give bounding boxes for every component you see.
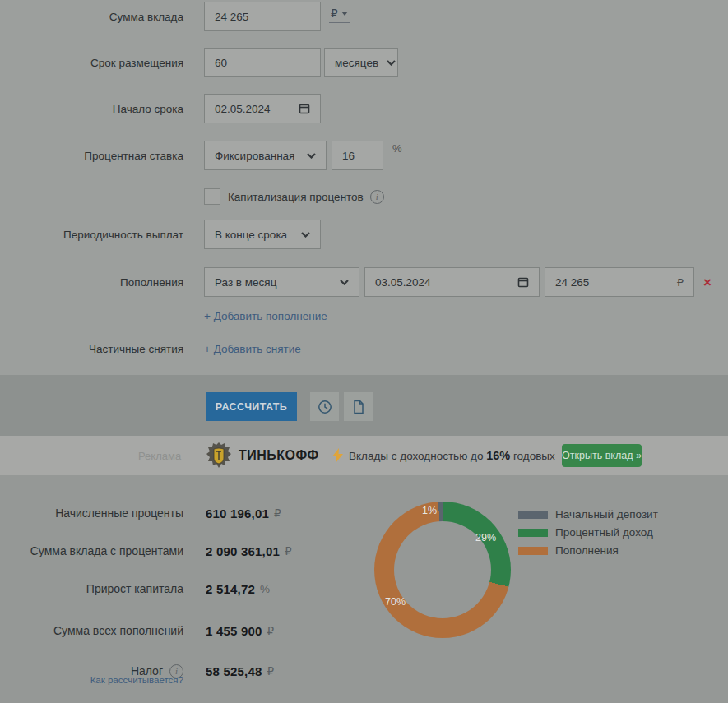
term-value: 60 bbox=[215, 57, 227, 69]
currency-value: ₽ bbox=[331, 7, 338, 20]
rate-suffix: % bbox=[392, 142, 402, 155]
topup-currency: ₽ bbox=[677, 276, 684, 289]
chart-legend: Начальный депозит Процентный доход Попол… bbox=[518, 509, 658, 563]
ruble-sign: ₽ bbox=[274, 506, 281, 520]
rate-value: 16 bbox=[342, 150, 355, 162]
lightning-icon bbox=[332, 448, 344, 463]
chevron-down-icon bbox=[341, 12, 348, 16]
topup-date-value: 03.05.2024 bbox=[375, 276, 431, 289]
amount-label: Сумма вклада bbox=[0, 11, 183, 23]
deposit-calculator: Сумма вклада 24 265 ₽ Срок размещения 60… bbox=[0, 0, 728, 703]
amount-value: 24 265 bbox=[215, 11, 248, 23]
history-button[interactable] bbox=[310, 392, 339, 421]
row-topups: Пополнения Раз в месяц 03.05.2024 24 265… bbox=[0, 267, 694, 297]
rate-type-value: Фиксированная bbox=[215, 150, 294, 162]
topup-period-value: Раз в месяц bbox=[215, 276, 276, 289]
result-row: Начисленные проценты 610 196,01 ₽ bbox=[0, 505, 281, 521]
row-rate: Процентная ставка Фиксированная 16 % bbox=[0, 141, 402, 170]
slice-label-interest: 29% bbox=[475, 532, 496, 543]
topup-date-input[interactable]: 03.05.2024 bbox=[364, 267, 540, 297]
chevron-down-icon bbox=[307, 153, 316, 159]
legend-swatch-topups bbox=[518, 547, 548, 555]
term-unit-value: месяцев bbox=[335, 57, 378, 69]
term-input[interactable]: 60 bbox=[204, 48, 321, 77]
ruble-sign: ₽ bbox=[267, 664, 275, 678]
result-value: 2 514,72 bbox=[206, 582, 255, 596]
row-start-date: Начало срока 02.05.2024 bbox=[0, 94, 321, 123]
frequency-value: В конце срока bbox=[215, 229, 287, 241]
open-deposit-button[interactable]: Открыть вклад » bbox=[562, 444, 642, 467]
row-capitalization: Капитализация процентов bbox=[0, 187, 384, 206]
topup-amount-input[interactable]: 24 265 ₽ bbox=[545, 267, 694, 297]
legend-swatch-interest-income bbox=[518, 529, 548, 537]
brand-name: ТИНЬКОФФ bbox=[239, 448, 319, 463]
legend-item: Процентный доход bbox=[518, 527, 658, 538]
topup-period-select[interactable]: Раз в месяц bbox=[204, 267, 359, 297]
result-value: 2 090 361,01 bbox=[206, 544, 280, 558]
topups-label: Пополнения bbox=[0, 276, 183, 289]
term-unit-select[interactable]: месяцев bbox=[324, 48, 398, 77]
ad-text: Вклады с доходностью до 16% годовых bbox=[349, 449, 555, 462]
result-row: Прирост капитала 2 514,72 % bbox=[0, 580, 270, 597]
results-panel: Начисленные проценты 610 196,01 ₽ Сумма … bbox=[0, 475, 728, 703]
donut-chart: 1% 29% 70% bbox=[374, 502, 511, 638]
result-value: 610 196,01 bbox=[206, 506, 269, 520]
ad-rate: 16% bbox=[486, 449, 510, 462]
chevron-down-icon bbox=[301, 232, 310, 238]
rate-type-select[interactable]: Фиксированная bbox=[204, 141, 327, 170]
term-label: Срок размещения bbox=[0, 57, 183, 69]
calendar-icon[interactable] bbox=[299, 103, 310, 114]
remove-topup-button[interactable] bbox=[703, 275, 712, 289]
deposit-form: Сумма вклада 24 265 ₽ Срок размещения 60… bbox=[0, 0, 728, 375]
capitalization-checkbox[interactable] bbox=[204, 188, 220, 205]
result-value: 58 525,48 bbox=[206, 664, 262, 678]
result-row: Сумма всех пополнений 1 455 900 ₽ bbox=[0, 622, 274, 639]
add-topup-link[interactable]: + Добавить пополнение bbox=[204, 310, 327, 322]
chevron-down-icon bbox=[340, 280, 349, 285]
row-withdrawals: Частичные снятия + Добавить снятие bbox=[0, 342, 301, 355]
legend-item: Пополнения bbox=[518, 545, 658, 556]
info-icon[interactable] bbox=[370, 190, 384, 204]
ad-banner: Реклама ТИНЬКОФФ Вклады с доходностью до… bbox=[0, 436, 728, 475]
currency-select[interactable]: ₽ bbox=[329, 7, 350, 23]
percent-sign: % bbox=[260, 583, 270, 595]
action-bar: РАССЧИТАТЬ bbox=[0, 375, 728, 436]
legend-item: Начальный депозит bbox=[518, 509, 658, 520]
slice-label-initial: 1% bbox=[422, 505, 437, 516]
rate-input[interactable]: 16 bbox=[332, 141, 383, 170]
frequency-select[interactable]: В конце срока bbox=[204, 220, 321, 249]
tinkoff-logo-icon bbox=[206, 442, 231, 469]
capitalization-label: Капитализация процентов bbox=[228, 191, 364, 203]
withdrawals-label: Частичные снятия bbox=[0, 343, 183, 355]
slice-label-topups: 70% bbox=[385, 596, 406, 608]
document-icon bbox=[351, 400, 366, 414]
tax-how-link[interactable]: Как рассчитывается? bbox=[0, 675, 183, 685]
amount-input[interactable]: 24 265 bbox=[204, 2, 321, 31]
row-frequency: Периодичность выплат В конце срока bbox=[0, 220, 321, 249]
clock-icon bbox=[318, 400, 332, 414]
topup-amount-value: 24 265 bbox=[555, 276, 589, 289]
calculate-button[interactable]: РАССЧИТАТЬ bbox=[206, 392, 297, 421]
row-term: Срок размещения 60 месяцев bbox=[0, 48, 398, 77]
legend-swatch-initial-deposit bbox=[518, 511, 548, 519]
ruble-sign: ₽ bbox=[285, 544, 292, 557]
start-date-input[interactable]: 02.05.2024 bbox=[204, 94, 321, 123]
ad-marker: Реклама bbox=[138, 450, 181, 462]
chevron-down-icon bbox=[387, 60, 396, 66]
report-button[interactable] bbox=[344, 392, 373, 421]
start-date-label: Начало срока bbox=[0, 103, 183, 115]
result-row: Сумма вклада с процентами 2 090 361,01 ₽ bbox=[0, 543, 292, 559]
ruble-sign: ₽ bbox=[267, 624, 275, 637]
row-amount: Сумма вклада 24 265 bbox=[0, 2, 321, 31]
result-value: 1 455 900 bbox=[206, 624, 262, 638]
start-date-value: 02.05.2024 bbox=[215, 103, 271, 115]
calendar-icon[interactable] bbox=[517, 276, 529, 288]
rate-label: Процентная ставка bbox=[0, 150, 183, 162]
add-withdrawal-link[interactable]: + Добавить снятие bbox=[204, 343, 301, 355]
frequency-label: Периодичность выплат bbox=[0, 229, 183, 241]
